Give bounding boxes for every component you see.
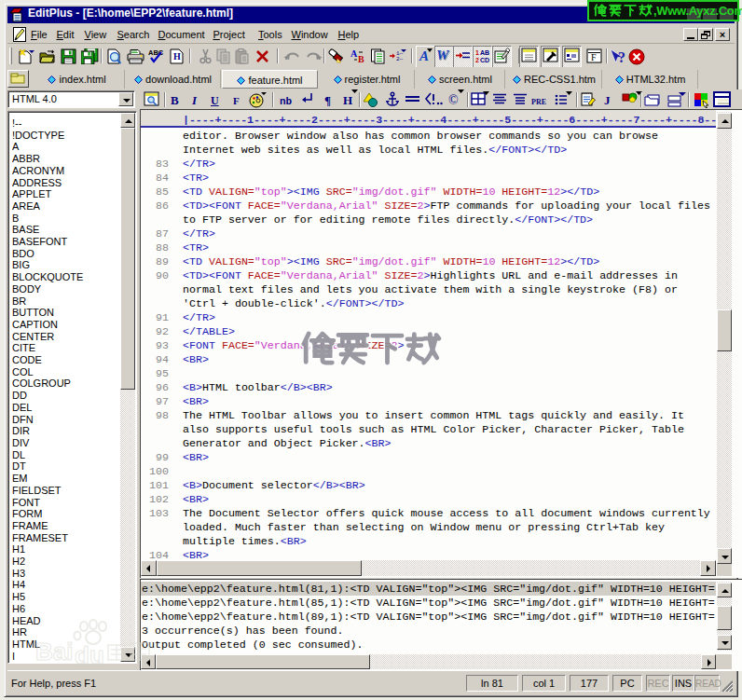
svg-text:1: 1 xyxy=(475,49,479,56)
svg-text:2—: 2— xyxy=(396,56,404,62)
svg-text:W: W xyxy=(436,48,450,62)
svg-text:B: B xyxy=(358,54,364,64)
svg-text:2: 2 xyxy=(475,57,479,63)
svg-text:AB: AB xyxy=(480,49,489,56)
svg-text:A: A xyxy=(350,48,358,59)
svg-text:CD: CD xyxy=(480,57,489,63)
svg-text:F: F xyxy=(591,52,597,62)
svg-text:?: ? xyxy=(618,49,625,65)
svg-text:A: A xyxy=(419,48,429,63)
svg-text:du: du xyxy=(75,641,104,666)
svg-text:Bai: Bai xyxy=(35,638,73,666)
svg-text:H: H xyxy=(173,51,181,62)
